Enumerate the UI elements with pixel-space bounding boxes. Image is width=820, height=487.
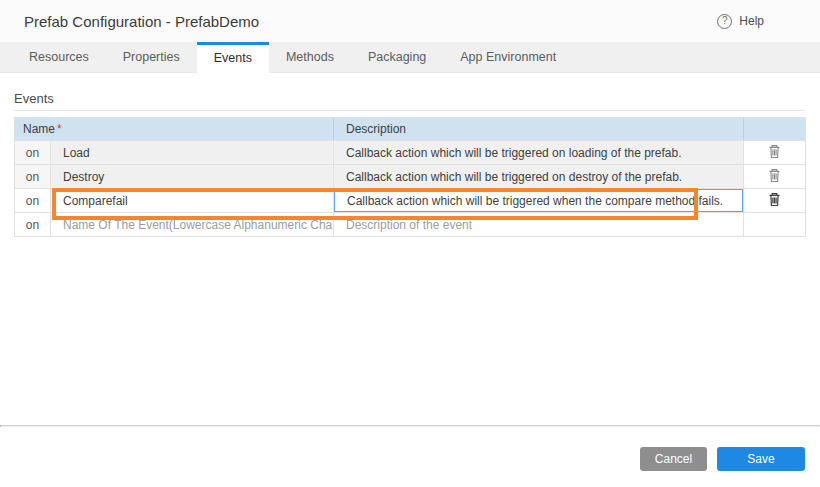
event-description-cell xyxy=(333,213,743,236)
row-actions-cell xyxy=(743,213,805,236)
event-prefix: on xyxy=(15,165,51,188)
event-prefix: on xyxy=(15,141,51,164)
event-name-cell[interactable]: Destroy xyxy=(51,165,333,188)
tab-properties[interactable]: Properties xyxy=(106,42,197,72)
delete-row-button[interactable] xyxy=(766,166,783,188)
page-title: Prefab Configuration - PrefabDemo xyxy=(24,13,259,30)
footer-divider xyxy=(0,425,820,427)
delete-row-button[interactable] xyxy=(766,142,783,164)
required-marker: * xyxy=(57,122,62,136)
cancel-button[interactable]: Cancel xyxy=(640,447,707,471)
trash-icon xyxy=(768,192,781,210)
tab-events[interactable]: Events xyxy=(197,42,269,72)
tab-packaging[interactable]: Packaging xyxy=(351,42,443,72)
event-name-cell xyxy=(51,189,333,212)
row-actions-cell xyxy=(743,189,805,212)
dialog-footer: Cancel Save xyxy=(640,447,805,471)
delete-row-button[interactable] xyxy=(766,190,783,212)
help-label: Help xyxy=(739,14,764,28)
help-button[interactable]: ? Help xyxy=(717,14,764,29)
event-description-cell[interactable]: Callback action which will be triggered … xyxy=(333,141,743,164)
table-header-row: Name * Description xyxy=(15,118,805,140)
event-prefix: on xyxy=(15,189,51,212)
row-actions-cell xyxy=(743,141,805,164)
tab-bar: Resources Properties Events Methods Pack… xyxy=(0,42,820,73)
table-row: on Destroy Callback action which will be… xyxy=(15,164,805,188)
tab-resources[interactable]: Resources xyxy=(12,42,106,72)
trash-icon xyxy=(768,168,781,186)
column-header-name: Name * xyxy=(15,118,333,140)
event-name-cell xyxy=(51,213,333,236)
event-name-input[interactable] xyxy=(51,189,333,212)
tab-methods[interactable]: Methods xyxy=(269,42,351,72)
events-table: Name * Description on Load Callback acti… xyxy=(14,117,806,237)
column-header-description: Description xyxy=(333,118,743,140)
events-panel: Events Name * Description on Load Callba… xyxy=(0,91,820,237)
help-question-icon: ? xyxy=(717,14,732,29)
table-row: on Load Callback action which will be tr… xyxy=(15,140,805,164)
new-event-description-input[interactable] xyxy=(334,213,743,236)
table-row-editing: on xyxy=(15,188,805,212)
tab-app-environment[interactable]: App Environment xyxy=(443,42,573,72)
event-description-cell[interactable]: Callback action which will be triggered … xyxy=(333,165,743,188)
save-button[interactable]: Save xyxy=(717,447,805,471)
table-row-new: on xyxy=(15,212,805,236)
dialog-header: Prefab Configuration - PrefabDemo ? Help xyxy=(0,0,820,42)
event-description-cell xyxy=(333,189,743,212)
trash-icon xyxy=(768,144,781,162)
column-header-actions xyxy=(743,118,805,140)
event-name-cell[interactable]: Load xyxy=(51,141,333,164)
section-divider xyxy=(14,110,806,111)
event-description-input[interactable] xyxy=(334,189,743,212)
new-event-name-input[interactable] xyxy=(51,213,333,236)
event-prefix: on xyxy=(15,213,51,236)
row-actions-cell xyxy=(743,165,805,188)
section-title: Events xyxy=(14,91,806,106)
